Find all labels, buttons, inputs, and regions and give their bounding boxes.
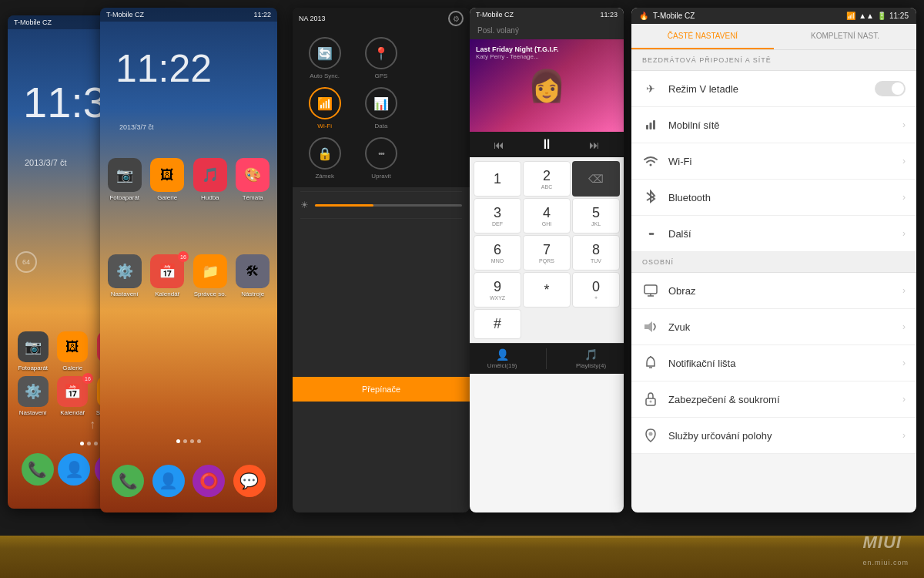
- home-app-filemanager[interactable]: 📁 Správce so.: [192, 254, 229, 297]
- dock-contacts[interactable]: 👤: [58, 453, 90, 486]
- key-hash[interactable]: #: [474, 309, 521, 339]
- home-app-calendar[interactable]: 📅 16 Kalendář: [149, 254, 186, 297]
- key-star[interactable]: *: [523, 272, 571, 307]
- toggle-autosync[interactable]: 🔄 Auto Sync.: [300, 37, 349, 79]
- key-2[interactable]: 2ABC: [523, 161, 571, 197]
- sound-icon: [642, 318, 659, 335]
- airplane-toggle[interactable]: [875, 81, 906, 96]
- settings-airplane[interactable]: ✈ Režim V letadle: [631, 71, 916, 107]
- svg-rect-1: [650, 123, 652, 129]
- svg-rect-2: [653, 120, 655, 129]
- gear-icon[interactable]: ⚙: [448, 11, 464, 26]
- home-dock-phone[interactable]: 📞: [112, 465, 144, 497]
- settings-location[interactable]: Služby určování polohy ›: [631, 418, 916, 454]
- section-header-wireless: BEZDRÁTOVÁ PŘIPOJENÍ A SÍTĚ: [631, 50, 916, 71]
- toggle-empty1: [413, 37, 462, 79]
- home-dock-browser[interactable]: ⭕: [192, 465, 225, 497]
- screen-quicksettings: NA 2013 ⚙ 🔄 Auto Sync. 📍 GPS 📶 Wi-Fi 📊 D…: [293, 8, 470, 512]
- app-camera[interactable]: 📷 Fotoaparát: [15, 331, 51, 371]
- display-icon: [642, 282, 659, 299]
- home-app-themes[interactable]: 🎨 Témata: [235, 158, 272, 201]
- settings-notification[interactable]: Notifikační lišta ›: [631, 345, 916, 381]
- sound-arrow: ›: [902, 321, 906, 332]
- tab-complete[interactable]: KOMPLETNÍ NAST.: [774, 24, 916, 49]
- airplane-icon: ✈: [642, 80, 659, 97]
- home-app-grid: 📷 Fotoaparát 🖼 Galerie 🎵 Hudba 🎨 Témata: [100, 158, 277, 201]
- calendar-badge: 16: [82, 373, 93, 384]
- settings-display[interactable]: Obraz ›: [631, 273, 916, 309]
- app-gallery[interactable]: 🖼 Galerie: [55, 331, 91, 371]
- home-app-settings[interactable]: ⚙️ Nastavení: [106, 254, 143, 297]
- quick-toggle-grid: 🔄 Auto Sync. 📍 GPS 📶 Wi-Fi 📊 Data 🔒 Záme…: [293, 29, 470, 187]
- signal-icon-5: ▲▲: [859, 12, 874, 20]
- key-4[interactable]: 4GHI: [523, 198, 571, 234]
- toggle-edit[interactable]: ••• Upravit: [357, 137, 405, 180]
- nav-artists[interactable]: 👤 Umělci(19): [487, 348, 517, 369]
- display-arrow: ›: [902, 285, 906, 296]
- bluetooth-icon: [642, 189, 659, 206]
- app-settings[interactable]: ⚙️ Nastavení: [15, 376, 51, 416]
- key-6[interactable]: 6MNO: [474, 235, 521, 271]
- other-arrow: ›: [902, 228, 906, 239]
- key-9[interactable]: 9WXYZ: [474, 272, 521, 307]
- home-dock-messages[interactable]: 💬: [233, 465, 266, 497]
- settings-bluetooth[interactable]: Bluetooth ›: [631, 180, 916, 216]
- settings-other[interactable]: ••• Další ›: [631, 216, 916, 252]
- music-bottom-nav: 👤 Umělci(19) 🎵 Playlisty(4): [470, 343, 624, 374]
- toggle-data[interactable]: 📊 Data: [357, 87, 405, 129]
- circle-indicator-left[interactable]: 64: [15, 251, 37, 273]
- dialer-header: Posl. volaný: [470, 22, 624, 39]
- key-1[interactable]: 1: [474, 161, 521, 197]
- settings-security[interactable]: Zabezpečení & soukromí ›: [631, 381, 916, 418]
- section-header-personal: OSOBNÍ: [631, 252, 916, 273]
- key-0[interactable]: 0+: [572, 272, 620, 307]
- carrier-2: T-Mobile CZ: [106, 11, 144, 18]
- toggle-lock[interactable]: 🔒 Zámek: [300, 137, 349, 180]
- dock-phone[interactable]: 📞: [22, 453, 54, 486]
- przepinace-button[interactable]: Přepínače: [293, 377, 470, 402]
- wifi-label: Wi-Fi: [668, 156, 893, 167]
- notification-arrow: ›: [902, 358, 906, 368]
- battery-icon-5: 🔋: [877, 12, 886, 20]
- carrier-3: NA 2013: [299, 15, 326, 22]
- svg-point-11: [650, 401, 652, 403]
- tab-frequent[interactable]: ČASTÉ NASTAVENÍ: [631, 24, 774, 49]
- key-7[interactable]: 7PQRS: [523, 235, 571, 271]
- bluetooth-label: Bluetooth: [668, 192, 893, 203]
- carrier-4: T-Mobile CZ: [476, 11, 514, 18]
- home-dock-contacts[interactable]: 👤: [152, 465, 185, 497]
- home-app-gallery[interactable]: 🖼 Galerie: [149, 158, 186, 201]
- settings-mobile-networks[interactable]: Mobilní sítě ›: [631, 107, 916, 143]
- home-app-music[interactable]: 🎵 Hudba: [192, 158, 229, 201]
- statusbar-right-5: 📶 ▲▲ 🔋 11:25: [846, 12, 909, 20]
- home-app-camera[interactable]: 📷 Fotoaparát: [106, 158, 143, 201]
- home-app-tools[interactable]: 🛠 Nástroje: [235, 254, 272, 297]
- lock-date: 2013/3/7 čt: [25, 158, 66, 167]
- nav-playlists[interactable]: 🎵 Playlisty(4): [576, 348, 606, 369]
- key-8[interactable]: 8TUV: [572, 235, 620, 271]
- app-calendar[interactable]: 📅 16 Kalendář: [55, 376, 91, 416]
- play-pause-icon[interactable]: ⏸: [540, 136, 554, 153]
- settings-sound[interactable]: Zvuk ›: [631, 309, 916, 345]
- keypad: 1 2ABC ⌫ 3DEF 4GHI 5JKL 6MNO 7PQRS 8TUV …: [470, 157, 624, 343]
- next-icon[interactable]: ⏭: [589, 139, 600, 151]
- wifi-icon-5: 📶: [846, 12, 855, 20]
- toggle-wifi[interactable]: 📶 Wi-Fi: [300, 87, 349, 129]
- time-2: 11:22: [253, 11, 271, 18]
- music-controls: ⏮ ⏸ ⏭: [470, 132, 624, 157]
- divider-1: [300, 191, 462, 192]
- home-page-dots: [176, 439, 201, 443]
- delete-btn[interactable]: ⌫: [572, 161, 620, 197]
- brightness-control[interactable]: ☀: [293, 196, 470, 214]
- brightness-bar[interactable]: [315, 204, 462, 207]
- prev-icon[interactable]: ⏮: [494, 139, 504, 151]
- key-3[interactable]: 3DEF: [474, 198, 521, 234]
- toggle-gps[interactable]: 📍 GPS: [357, 37, 405, 79]
- screen-settings: 🔥 T-Mobile CZ 📶 ▲▲ 🔋 11:25 ČASTÉ NASTAVE…: [631, 8, 916, 512]
- key-5[interactable]: 5JKL: [572, 198, 620, 234]
- home-dock: 📞 👤 ⭕ 💬: [100, 465, 277, 497]
- wood-taskbar: [0, 536, 924, 578]
- bluetooth-arrow: ›: [902, 192, 906, 203]
- settings-wifi[interactable]: Wi-Fi ›: [631, 143, 916, 180]
- swipe-indicator: ↑: [89, 418, 95, 432]
